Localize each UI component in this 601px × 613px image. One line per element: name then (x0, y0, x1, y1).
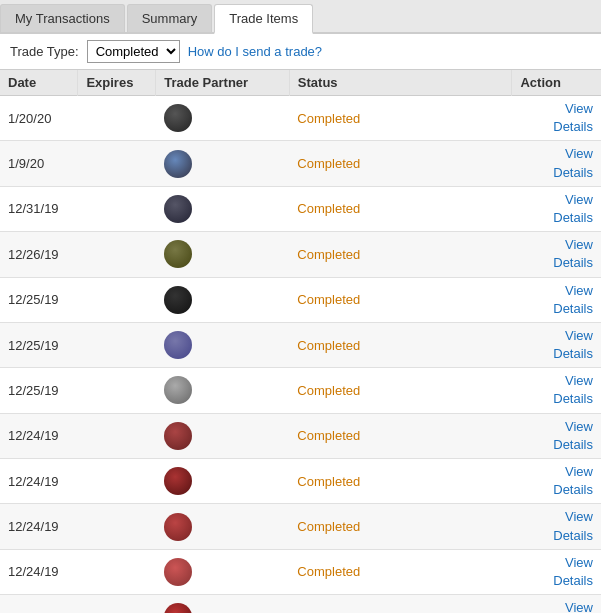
cell-partner (156, 459, 290, 504)
cell-status: Completed (289, 186, 512, 231)
how-to-send-link[interactable]: How do I send a trade? (188, 44, 322, 59)
view-details-link[interactable]: View Details (520, 145, 593, 181)
table-row: 12/25/19 Completed View Details (0, 368, 601, 413)
cell-date: 12/26/19 (0, 232, 78, 277)
status-badge: Completed (297, 383, 360, 398)
table-row: 12/25/19 Completed View Details (0, 277, 601, 322)
table-row: 12/24/19 Completed View Details (0, 549, 601, 594)
status-badge: Completed (297, 156, 360, 171)
cell-status: Completed (289, 96, 512, 141)
cell-action[interactable]: View Details (512, 277, 601, 322)
cell-date: 12/25/19 (0, 322, 78, 367)
cell-expires (78, 141, 156, 186)
cell-expires (78, 232, 156, 277)
col-header-action: Action (512, 70, 601, 96)
status-badge: Completed (297, 428, 360, 443)
view-details-link[interactable]: View Details (520, 508, 593, 544)
cell-action[interactable]: View Details (512, 186, 601, 231)
cell-action[interactable]: View Details (512, 141, 601, 186)
cell-action[interactable]: View Details (512, 504, 601, 549)
view-details-link[interactable]: View Details (520, 418, 593, 454)
tab-bar: My Transactions Summary Trade Items (0, 0, 601, 34)
cell-action[interactable]: View Details (512, 368, 601, 413)
col-header-status: Status (289, 70, 512, 96)
view-details-link[interactable]: View Details (520, 372, 593, 408)
avatar (164, 195, 192, 223)
cell-expires (78, 368, 156, 413)
avatar (164, 558, 192, 586)
cell-status: Completed (289, 232, 512, 277)
view-details-link[interactable]: View Details (520, 327, 593, 363)
cell-date: 12/25/19 (0, 368, 78, 413)
cell-partner (156, 322, 290, 367)
view-details-link[interactable]: View Details (520, 236, 593, 272)
cell-partner (156, 549, 290, 594)
col-header-expires: Expires (78, 70, 156, 96)
table-header-row: Date Expires Trade Partner Status Action (0, 70, 601, 96)
view-details-link[interactable]: View Details (520, 554, 593, 590)
table-row: 1/20/20 Completed View Details (0, 96, 601, 141)
cell-expires (78, 504, 156, 549)
avatar (164, 422, 192, 450)
table-row: 12/24/19 Completed View Details (0, 595, 601, 613)
tab-my-transactions[interactable]: My Transactions (0, 4, 125, 32)
cell-action[interactable]: View Details (512, 595, 601, 613)
cell-partner (156, 368, 290, 413)
cell-date: 12/31/19 (0, 186, 78, 231)
view-details-link[interactable]: View Details (520, 599, 593, 613)
avatar (164, 286, 192, 314)
cell-action[interactable]: View Details (512, 459, 601, 504)
cell-action[interactable]: View Details (512, 322, 601, 367)
cell-expires (78, 413, 156, 458)
cell-partner (156, 186, 290, 231)
table-row: 12/24/19 Completed View Details (0, 459, 601, 504)
col-header-partner: Trade Partner (156, 70, 290, 96)
trade-type-select[interactable]: Completed Pending Cancelled (87, 40, 180, 63)
col-header-date: Date (0, 70, 78, 96)
table-row: 12/24/19 Completed View Details (0, 413, 601, 458)
cell-status: Completed (289, 459, 512, 504)
view-details-link[interactable]: View Details (520, 282, 593, 318)
status-badge: Completed (297, 564, 360, 579)
avatar (164, 513, 192, 541)
cell-expires (78, 186, 156, 231)
cell-expires (78, 549, 156, 594)
cell-date: 12/24/19 (0, 549, 78, 594)
view-details-link[interactable]: View Details (520, 100, 593, 136)
table-row: 12/31/19 Completed View Details (0, 186, 601, 231)
cell-status: Completed (289, 277, 512, 322)
cell-partner (156, 413, 290, 458)
cell-partner (156, 141, 290, 186)
avatar (164, 240, 192, 268)
avatar (164, 467, 192, 495)
cell-action[interactable]: View Details (512, 549, 601, 594)
cell-action[interactable]: View Details (512, 96, 601, 141)
status-badge: Completed (297, 338, 360, 353)
avatar (164, 104, 192, 132)
cell-partner (156, 595, 290, 613)
tab-summary[interactable]: Summary (127, 4, 213, 32)
status-badge: Completed (297, 292, 360, 307)
table-row: 12/26/19 Completed View Details (0, 232, 601, 277)
view-details-link[interactable]: View Details (520, 463, 593, 499)
cell-status: Completed (289, 549, 512, 594)
avatar (164, 150, 192, 178)
cell-date: 12/24/19 (0, 595, 78, 613)
cell-expires (78, 322, 156, 367)
cell-status: Completed (289, 368, 512, 413)
cell-status: Completed (289, 595, 512, 613)
trades-table: Date Expires Trade Partner Status Action… (0, 70, 601, 613)
cell-action[interactable]: View Details (512, 232, 601, 277)
view-details-link[interactable]: View Details (520, 191, 593, 227)
status-badge: Completed (297, 111, 360, 126)
avatar (164, 331, 192, 359)
table-row: 12/25/19 Completed View Details (0, 322, 601, 367)
cell-action[interactable]: View Details (512, 413, 601, 458)
tab-trade-items[interactable]: Trade Items (214, 4, 313, 34)
table-row: 12/24/19 Completed View Details (0, 504, 601, 549)
status-badge: Completed (297, 247, 360, 262)
status-badge: Completed (297, 519, 360, 534)
cell-status: Completed (289, 413, 512, 458)
status-badge: Completed (297, 474, 360, 489)
avatar (164, 603, 192, 613)
